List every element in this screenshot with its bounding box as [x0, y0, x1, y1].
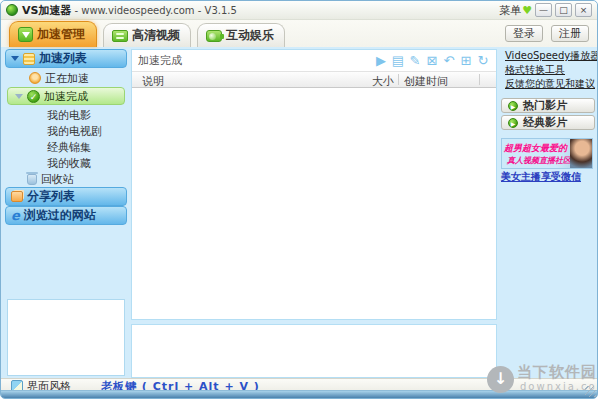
tab-label: 加速管理 [37, 26, 85, 43]
sidebar-section-label: 浏览过的网站 [24, 207, 96, 224]
column-divider[interactable] [479, 74, 480, 85]
tab-entertainment[interactable]: 互动娱乐 [197, 23, 285, 47]
sidebar-section-label: 加速列表 [39, 50, 87, 67]
play-circle-icon: ▶ [508, 101, 518, 111]
promo-ad-banner[interactable]: 超男超女最爱的 真人视频直播社区 [501, 138, 593, 169]
download-arrow-badge-icon: ↓ [487, 366, 514, 393]
link-feedback[interactable]: 反馈您的意见和建议 [505, 77, 595, 91]
sidebar-item-label: 经典锦集 [47, 140, 91, 155]
sidebar-item-label: 回收站 [41, 172, 74, 187]
download-arrow-icon [18, 27, 33, 42]
close-button[interactable]: × [575, 3, 592, 17]
sidebar-item-label: 我的电影 [47, 108, 91, 123]
link-videospeedy-player[interactable]: VideoSpeedy播放器 [505, 49, 598, 63]
tab-label: 高清视频 [132, 27, 180, 44]
tab-speed-manage[interactable]: 加速管理 [9, 21, 97, 47]
button-label: 热门影片 [523, 98, 567, 113]
login-button[interactable]: 登录 [505, 25, 543, 42]
classic-movies-button[interactable]: ▶ 经典影片 [501, 115, 595, 130]
sidebar-item-my-favorites[interactable]: 我的收藏 [5, 155, 127, 171]
download-list-panel: 加速完成 ▶ ▤ ✎ ⊠ ↶ ⊞ ↻ 说明 大小 创建时间 [131, 49, 497, 320]
promo-link[interactable]: 美女主播享受微信 [501, 170, 581, 184]
app-title: VS加速器- www.videospeedy.com - V3.1.5 [22, 3, 237, 18]
app-name: VS加速器 [22, 4, 71, 17]
titlebar: VS加速器- www.videospeedy.com - V3.1.5 菜单 ♥… [1, 1, 597, 20]
maximize-button[interactable]: □ [555, 3, 572, 17]
sidebar-section-share-list[interactable]: 分享列表 [5, 187, 127, 206]
sidebar-item-downloading[interactable]: 正在加速 [5, 70, 127, 86]
sidebar-item-my-movies[interactable]: 我的电影 [5, 107, 127, 123]
promo-line1: 超男超女最爱的 [504, 142, 567, 155]
sidebar-item-label: 我的收藏 [47, 156, 91, 171]
downxia-watermark: ↓ 当下软件园 downxia.com [479, 353, 598, 399]
minimize-button[interactable]: — [535, 3, 552, 17]
download-list-empty-area [132, 88, 496, 318]
button-label: 经典影片 [523, 115, 567, 130]
hot-movies-button[interactable]: ▶ 热门影片 [501, 98, 595, 113]
menu-label: 菜单 [499, 3, 521, 18]
chevron-down-icon [11, 56, 19, 61]
sidebar-item-recycle-bin[interactable]: 回收站 [5, 171, 127, 187]
app-title-suffix: - www.videospeedy.com - V3.1.5 [74, 5, 236, 16]
details-panel [131, 324, 497, 378]
sidebar-section-speed-list[interactable]: 加速列表 [5, 49, 127, 68]
play-circle-icon: ▶ [508, 118, 518, 128]
undo-icon[interactable]: ↶ [442, 54, 456, 68]
trash-icon [27, 174, 37, 185]
sidebar-section-label: 分享列表 [27, 188, 75, 205]
table-header: 说明 大小 创建时间 [132, 71, 496, 88]
register-button[interactable]: 注册 [551, 25, 589, 42]
menu-heart-icon: ♥ [522, 5, 532, 16]
folder-icon[interactable]: ▤ [391, 54, 405, 68]
panel-title: 加速完成 [138, 53, 182, 68]
watermark-site-domain: downxia.com [520, 381, 598, 392]
list-toolbar: ▶ ▤ ✎ ⊠ ↶ ⊞ ↻ [374, 54, 490, 68]
tab-hd-video[interactable]: 高清视频 [103, 23, 191, 47]
column-header-size[interactable]: 大小 [368, 74, 394, 89]
panel-title-row: 加速完成 ▶ ▤ ✎ ⊠ ↶ ⊞ ↻ [132, 50, 496, 71]
share-icon [11, 191, 23, 202]
edit-icon[interactable]: ✎ [408, 54, 422, 68]
column-header-description[interactable]: 说明 [142, 74, 164, 89]
app-window: VS加速器- www.videospeedy.com - V3.1.5 菜单 ♥… [0, 0, 598, 399]
sidebar-item-label: 正在加速 [45, 71, 89, 86]
check-circle-icon: ✓ [27, 90, 40, 103]
sidebar-ad-panel [7, 299, 125, 376]
sidebar-section-browsed-sites[interactable]: e 浏览过的网站 [5, 206, 127, 225]
app-logo-icon [6, 4, 18, 16]
tab-bar: 加速管理 高清视频 互动娱乐 登录 注册 [1, 20, 597, 47]
refresh-icon[interactable]: ↻ [476, 54, 490, 68]
sidebar-item-classic-collection[interactable]: 经典锦集 [5, 139, 127, 155]
chevron-down-icon [15, 94, 23, 99]
add-icon[interactable]: ⊞ [459, 54, 473, 68]
camera-icon [206, 30, 222, 42]
internet-explorer-icon: e [11, 209, 20, 222]
link-format-converter[interactable]: 格式转换工具 [505, 63, 565, 77]
promo-girl-photo [570, 139, 592, 169]
film-icon [112, 30, 128, 42]
list-icon [23, 53, 35, 65]
column-divider[interactable] [398, 74, 399, 85]
sidebar-item-completed[interactable]: ✓ 加速完成 [7, 87, 125, 105]
menu-button[interactable]: 菜单 ♥ [499, 3, 532, 18]
sidebar-item-my-tv[interactable]: 我的电视剧 [5, 123, 127, 139]
delete-icon[interactable]: ⊠ [425, 54, 439, 68]
clock-icon [29, 72, 41, 84]
start-icon[interactable]: ▶ [374, 54, 388, 68]
sidebar-item-label: 我的电视剧 [47, 124, 102, 139]
tab-label: 互动娱乐 [226, 27, 274, 44]
sidebar-item-label: 加速完成 [44, 89, 88, 104]
watermark-site-name: 当下软件园 [517, 363, 597, 382]
promo-line2: 真人视频直播社区 [507, 155, 571, 166]
column-header-created[interactable]: 创建时间 [404, 74, 448, 89]
